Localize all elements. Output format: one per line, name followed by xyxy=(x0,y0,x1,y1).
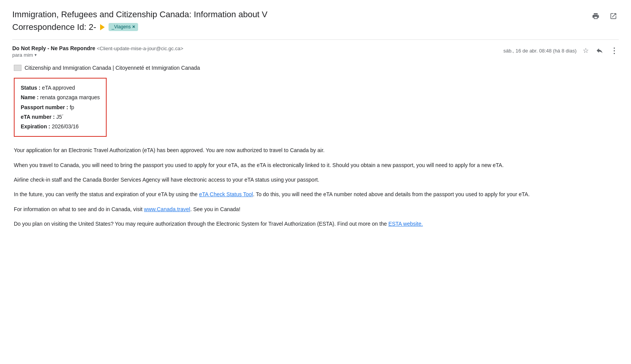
paragraph-2: When you travel to Canada, you will need… xyxy=(14,161,551,169)
esta-website-link[interactable]: ESTA website. xyxy=(388,221,423,227)
expiration-row: Expiration : 2026/03/16 xyxy=(21,122,100,131)
header-icons xyxy=(590,11,619,21)
sender-info: Do Not Reply - Ne Pas Repondre <Client-u… xyxy=(12,45,503,58)
reply-button[interactable] xyxy=(595,46,604,55)
name-row: Name : renata gonzaga marques xyxy=(21,93,100,102)
sender-meta: sáb., 16 de abr. 08:48 (há 8 dias) ☆ ⋮ xyxy=(503,45,619,56)
logo-area: Citizenship and Immigration Canada | Cit… xyxy=(14,65,619,71)
chevron-down-icon[interactable]: ▾ xyxy=(35,52,37,57)
email-date: sáb., 16 de abr. 08:48 (há 8 dias) xyxy=(503,48,577,54)
eta-check-status-link[interactable]: eTA Check Status Tool xyxy=(199,191,253,197)
open-external-icon xyxy=(610,12,617,20)
name-label: Name : xyxy=(21,93,39,102)
paragraph-3: Airline check-in staff and the Canada Bo… xyxy=(14,175,551,184)
viagens-tag[interactable]: _Viagens × xyxy=(109,23,138,31)
email-container: Immigration, Refugees and Citizenship Ca… xyxy=(0,0,631,364)
header-divider xyxy=(12,39,619,40)
status-value: eTA approved xyxy=(42,83,75,93)
open-external-button[interactable] xyxy=(608,11,619,21)
tag-arrow-icon xyxy=(100,24,105,30)
passport-row: Passport number : fp xyxy=(21,103,100,112)
eta-number-row: eTA number : J5´ xyxy=(21,112,100,122)
status-box: Status : eTA approved Name : renata gonz… xyxy=(14,78,107,137)
eta-number-value: J5´ xyxy=(56,112,64,122)
to-label: para mim xyxy=(12,52,33,58)
sender-row: Do Not Reply - Ne Pas Repondre <Client-u… xyxy=(12,45,619,58)
email-subject-area: Immigration, Refugees and Citizenship Ca… xyxy=(12,9,590,35)
more-options-button[interactable]: ⋮ xyxy=(610,45,619,56)
status-label: Status : xyxy=(21,83,40,93)
logo-image xyxy=(14,65,21,71)
paragraph-1: Your application for an Electronic Trave… xyxy=(14,146,551,154)
print-button[interactable] xyxy=(590,11,601,21)
email-subject: Immigration, Refugees and Citizenship Ca… xyxy=(12,9,590,33)
viagens-tag-label: _Viagens xyxy=(112,24,131,30)
sender-email: <Client-update-mise-a-jour@cic.gc.ca> xyxy=(97,46,183,51)
passport-label: Passport number : xyxy=(21,103,68,112)
more-icon: ⋮ xyxy=(610,46,618,55)
subject-line2: Correspondence Id: 2- xyxy=(12,22,96,33)
expiration-value: 2026/03/16 xyxy=(52,122,79,131)
subject-line1: Immigration, Refugees and Citizenship Ca… xyxy=(12,10,267,19)
passport-value: fp xyxy=(70,103,74,112)
viagens-tag-close[interactable]: × xyxy=(132,24,135,30)
paragraph-5: For information on what to see and do in… xyxy=(14,205,551,213)
paragraph-6-before-link: Do you plan on visiting the United State… xyxy=(14,221,388,227)
canada-travel-link[interactable]: www.Canada.travel xyxy=(144,206,190,212)
logo-text: Citizenship and Immigration Canada | Cit… xyxy=(25,65,200,71)
paragraph-5-after-link: . See you in Canada! xyxy=(190,206,241,212)
to-me-row: para mim ▾ xyxy=(12,52,503,58)
paragraph-5-before-link: For information on what to see and do in… xyxy=(14,206,144,212)
sender-name-line: Do Not Reply - Ne Pas Repondre <Client-u… xyxy=(12,45,503,51)
paragraph-4-before-link: In the future, you can verify the status… xyxy=(14,191,199,197)
email-header-top: Immigration, Refugees and Citizenship Ca… xyxy=(12,9,619,35)
reply-icon xyxy=(596,47,603,54)
expiration-label: Expiration : xyxy=(21,122,50,131)
star-icon: ☆ xyxy=(583,46,589,55)
name-value: renata gonzaga marques xyxy=(40,93,100,102)
star-button[interactable]: ☆ xyxy=(582,46,590,56)
sender-name: Do Not Reply - Ne Pas Repondre xyxy=(12,45,95,51)
paragraph-4-after-link: . To do this, you will need the eTA numb… xyxy=(253,191,529,197)
paragraph-6: Do you plan on visiting the United State… xyxy=(14,220,551,228)
eta-number-label: eTA number : xyxy=(21,112,55,122)
paragraph-4: In the future, you can verify the status… xyxy=(14,190,551,198)
status-row: Status : eTA approved xyxy=(21,83,100,93)
email-body: Citizenship and Immigration Canada | Cit… xyxy=(12,65,619,228)
print-icon xyxy=(592,12,600,20)
